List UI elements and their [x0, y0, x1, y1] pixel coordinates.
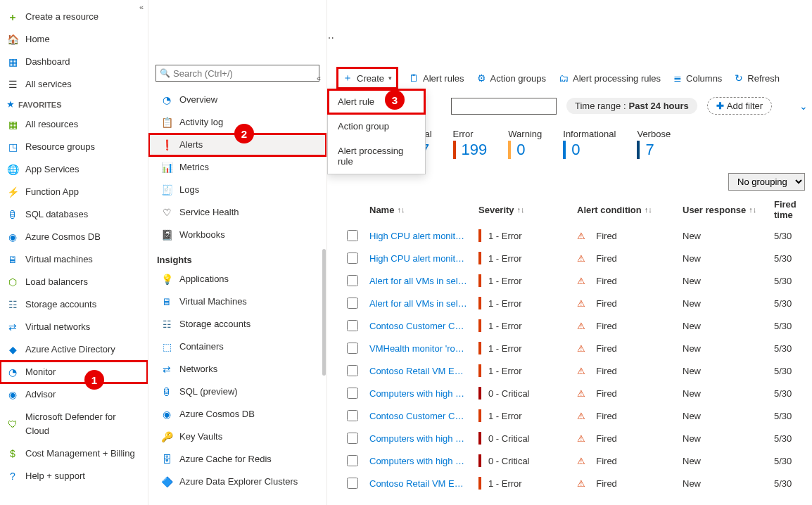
nav-defender[interactable]: 🛡Microsoft Defender for Cloud: [0, 406, 148, 442]
insights-redis[interactable]: 🗄Azure Cache for Redis: [148, 448, 326, 471]
th-name[interactable]: Name↑↓: [365, 205, 474, 215]
nav-cosmos[interactable]: ◉Azure Cosmos DB: [0, 226, 148, 248]
scrollbar-thumb[interactable]: [322, 249, 326, 376]
table-row[interactable]: VMHealth monitor 'ro…1 - Error⚠ FiredNew…: [338, 337, 812, 359]
nav-home[interactable]: 🏠 Home: [0, 28, 148, 51]
table-row[interactable]: Alert for all VMs in sel…1 - Error⚠ Fire…: [338, 292, 812, 314]
row-checkbox[interactable]: [347, 298, 358, 309]
menu-service-health[interactable]: ♡Service Health: [148, 201, 326, 224]
more-icon[interactable]: ⋯: [327, 32, 334, 44]
nav-function-app[interactable]: ⚡Function App: [0, 181, 148, 203]
nav-dashboard[interactable]: ▦ Dashboard: [0, 51, 148, 73]
table-row[interactable]: Contoso Retail VM Em…1 - Error⚠ FiredNew…: [338, 359, 812, 382]
nav-all-resources[interactable]: ▦All resources: [0, 113, 148, 136]
th-response[interactable]: User response↑↓: [678, 205, 770, 215]
alert-name-link[interactable]: Computers with high …: [369, 456, 464, 466]
row-checkbox[interactable]: [347, 252, 358, 264]
nav-monitor[interactable]: ◔Monitor: [0, 361, 148, 383]
table-row[interactable]: High CPU alert monito…1 - Error⚠ FiredNe…: [338, 224, 812, 247]
alert-name-link[interactable]: VMHealth monitor 'ro…: [369, 343, 464, 354]
alert-name-link[interactable]: Contoso Customer Ch…: [369, 411, 468, 421]
row-checkbox[interactable]: [347, 365, 358, 376]
table-row[interactable]: Computers with high …0 - Critical⚠ Fired…: [338, 427, 812, 449]
alert-name-link[interactable]: Computers with high …: [369, 388, 464, 399]
table-row[interactable]: Contoso Retail VM Em…1 - Error⚠ FiredNew…: [338, 472, 812, 494]
row-checkbox[interactable]: [347, 275, 358, 286]
alert-rules-button[interactable]: 🗒 Alert rules: [409, 72, 464, 84]
menu-metrics[interactable]: 📊Metrics: [148, 156, 326, 179]
search-input[interactable]: [156, 65, 319, 82]
nav-vnet[interactable]: ⇄Virtual networks: [0, 316, 148, 338]
th-severity[interactable]: Severity↑↓: [474, 205, 573, 215]
alert-name-link[interactable]: Contoso Retail VM Em…: [369, 366, 468, 376]
row-checkbox[interactable]: [347, 455, 358, 466]
alert-name-link[interactable]: High CPU alert monito…: [369, 231, 468, 241]
menu-workbooks[interactable]: 📓Workbooks: [148, 224, 326, 246]
nav-sql-db[interactable]: 🛢SQL databases: [0, 203, 148, 226]
stat-error[interactable]: Error 199: [453, 129, 488, 159]
th-fired[interactable]: Fired time: [770, 199, 812, 220]
nav-cost[interactable]: $Cost Management + Billing: [0, 442, 148, 465]
alert-name-link[interactable]: Contoso Retail VM Em…: [369, 478, 468, 489]
dd-apr[interactable]: Alert processing rule: [328, 139, 425, 174]
add-filter-button[interactable]: ✚ Add filter: [707, 97, 772, 115]
insights-containers[interactable]: ⬚Containers: [148, 335, 326, 358]
menu-overview[interactable]: ◔Overview: [148, 89, 326, 111]
row-checkbox[interactable]: [347, 230, 358, 241]
insights-cosmos[interactable]: ◉Azure Cosmos DB: [148, 403, 326, 426]
refresh-button[interactable]: ↻ Refresh: [735, 72, 780, 84]
insights-storage[interactable]: ☷Storage accounts: [148, 313, 326, 335]
row-checkbox[interactable]: [347, 433, 358, 444]
expand-chevron-icon[interactable]: ⌄: [799, 101, 808, 112]
filter-input[interactable]: [451, 98, 557, 115]
row-checkbox[interactable]: [347, 410, 358, 421]
alert-name-link[interactable]: Alert for all VMs in sel…: [369, 298, 467, 309]
table-row[interactable]: High CPU alert monito…1 - Error⚠ FiredNe…: [338, 247, 812, 269]
menu-collapse-icon[interactable]: «: [317, 74, 321, 82]
nav-app-services[interactable]: 🌐App Services: [0, 158, 148, 181]
stat-verbose[interactable]: Verbose 7: [637, 129, 671, 159]
table-row[interactable]: Contoso Customer Ch…1 - Error⚠ FiredNew5…: [338, 404, 812, 427]
alert-name-link[interactable]: Contoso Customer Ch…: [369, 321, 468, 331]
monitor-search[interactable]: 🔍: [156, 65, 319, 82]
nav-resource-groups[interactable]: ◳Resource groups: [0, 136, 148, 158]
columns-button[interactable]: ≣ Columns: [673, 72, 722, 84]
row-checkbox[interactable]: [347, 478, 358, 489]
nav-storage[interactable]: ☷Storage accounts: [0, 293, 148, 316]
nav-help[interactable]: ?Help + support: [0, 465, 148, 487]
alert-name-link[interactable]: Computers with high …: [369, 433, 464, 444]
nav-lb[interactable]: ⬡Load balancers: [0, 271, 148, 293]
insights-vms[interactable]: 🖥Virtual Machines: [148, 290, 326, 313]
sidebar-collapse-icon[interactable]: «: [139, 3, 144, 11]
row-checkbox[interactable]: [347, 343, 358, 354]
th-condition[interactable]: Alert condition↑↓: [573, 205, 678, 215]
insights-networks[interactable]: ⇄Networks: [148, 358, 326, 381]
nav-advisor[interactable]: ◉Advisor: [0, 383, 148, 406]
nav-aad[interactable]: ◆Azure Active Directory: [0, 338, 148, 361]
table-row[interactable]: Alert for all VMs in sel…1 - Error⚠ Fire…: [338, 269, 812, 292]
alert-name-link[interactable]: Alert for all VMs in sel…: [369, 276, 467, 286]
alert-name-link[interactable]: High CPU alert monito…: [369, 253, 468, 264]
create-button[interactable]: ＋ Create ▾: [338, 69, 396, 87]
nav-create-resource[interactable]: ＋ Create a resource: [0, 6, 148, 28]
stat-info[interactable]: Informational 0: [563, 129, 616, 159]
grouping-select[interactable]: No grouping: [728, 173, 805, 191]
nav-all-services[interactable]: ☰ All services: [0, 73, 148, 96]
apr-button[interactable]: 🗂 Alert processing rules: [559, 72, 661, 84]
action-groups-button[interactable]: ⚙ Action groups: [477, 72, 547, 84]
dd-alert-rule[interactable]: Alert rule: [328, 89, 425, 114]
time-range-pill[interactable]: Time range : Past 24 hours: [566, 98, 697, 114]
nav-vms[interactable]: 🖥Virtual machines: [0, 248, 148, 271]
table-row[interactable]: Computers with high …0 - Critical⚠ Fired…: [338, 382, 812, 404]
row-checkbox[interactable]: [347, 388, 358, 399]
insights-keyvault[interactable]: 🔑Key Vaults: [148, 426, 326, 448]
insights-applications[interactable]: 💡Applications: [148, 268, 326, 290]
table-row[interactable]: Contoso Customer Ch…1 - Error⚠ FiredNew5…: [338, 314, 812, 337]
dd-action-group[interactable]: Action group: [328, 114, 425, 139]
insights-sql[interactable]: 🛢SQL (preview): [148, 381, 326, 403]
menu-logs[interactable]: 🧾Logs: [148, 179, 326, 201]
table-row[interactable]: Computers with high …0 - Critical⚠ Fired…: [338, 449, 812, 472]
insights-adx[interactable]: 🔷Azure Data Explorer Clusters: [148, 471, 326, 493]
row-checkbox[interactable]: [347, 320, 358, 331]
stat-warning[interactable]: Warning 0: [508, 129, 542, 159]
